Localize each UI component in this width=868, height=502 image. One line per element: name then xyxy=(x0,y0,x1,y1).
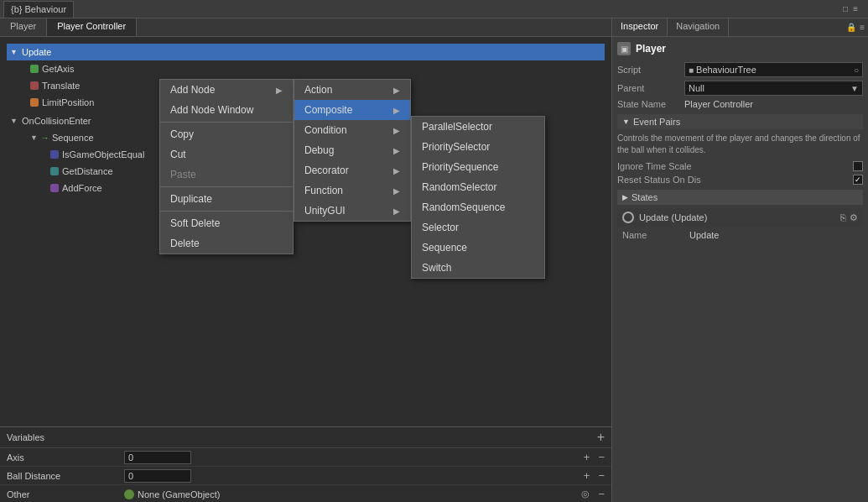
getaxis-label: GetAxis xyxy=(42,61,75,76)
ctx-add-node-window[interactable]: Add Node Window xyxy=(160,100,293,120)
comp-selector[interactable]: Selector xyxy=(412,217,544,238)
add-node-submenu[interactable]: Action ▶ Composite ▶ Condition ▶ Debug xyxy=(294,79,411,222)
tree-node-getaxis[interactable]: GetAxis xyxy=(27,60,605,77)
sub-decorator[interactable]: Decorator ▶ xyxy=(294,160,410,180)
sub-debug[interactable]: Debug ▶ xyxy=(294,140,410,160)
ctx-soft-delete[interactable]: Soft Delete xyxy=(160,213,293,233)
var-name-axis: Axis xyxy=(7,452,124,463)
arrow-down-icon-2: ▼ xyxy=(10,113,20,128)
arrow-right-icon: ▶ xyxy=(393,146,400,155)
sequence-arrow-icon: → xyxy=(40,130,49,145)
states-section: ▶ States xyxy=(617,190,863,205)
update-copy-icon[interactable]: ⎘ xyxy=(840,212,846,222)
navigation-tab[interactable]: Navigation xyxy=(668,18,729,36)
update-gear-icon[interactable]: ⚙ xyxy=(850,212,858,223)
var-value-ball-distance[interactable] xyxy=(124,469,191,483)
arrow-right-icon: ▶ xyxy=(393,106,400,115)
player-title: Player xyxy=(636,43,666,55)
composite-submenu[interactable]: ParallelSelector PrioritySelector Priori… xyxy=(411,116,545,279)
comp-priority-selector[interactable]: PrioritySelector xyxy=(412,137,544,157)
maximize-icon[interactable]: □ xyxy=(843,4,848,13)
behaviour-tab[interactable]: {b} Behaviour xyxy=(3,1,74,18)
script-icon: ■ xyxy=(689,65,694,75)
limitposition-icon xyxy=(30,98,39,107)
state-name-value: Player Controller xyxy=(684,99,753,109)
event-pairs-label: Event Pairs xyxy=(633,117,680,127)
variables-panel: Variables + Axis + − Ball Distance xyxy=(0,426,611,502)
menu-icon[interactable]: ≡ xyxy=(853,4,858,13)
update-state-label: Update (Update) xyxy=(639,212,840,222)
main-context-menu[interactable]: Add Node ▶ Add Node Window Copy Cut xyxy=(159,79,294,254)
tree-area: ▼ Update GetAxis Translate LimitP xyxy=(0,37,611,426)
sub-function[interactable]: Function ▶ xyxy=(294,180,410,201)
getdistance-icon xyxy=(50,167,59,175)
var-expand-axis[interactable]: + xyxy=(584,451,590,463)
states-label: States xyxy=(632,192,657,202)
sub-condition[interactable]: Condition ▶ xyxy=(294,120,410,140)
variable-row-ball-distance: Ball Distance + − xyxy=(0,467,611,485)
parent-label: Parent xyxy=(617,83,684,93)
var-remove-ball-distance[interactable]: − xyxy=(598,469,605,482)
separator-2 xyxy=(160,186,293,187)
arrow-right-icon: ▶ xyxy=(393,86,400,95)
insp-menu-icon[interactable]: ≡ xyxy=(860,23,865,32)
update-state-row[interactable]: Update (Update) ⎘ ⚙ xyxy=(617,208,863,227)
arrow-right-icon: ▶ xyxy=(276,86,283,95)
arrow-down-icon-3: ▼ xyxy=(30,130,40,145)
translate-label: Translate xyxy=(42,78,80,93)
insp-lock-icon[interactable]: 🔒 xyxy=(846,23,856,32)
update-name-label: Name xyxy=(622,230,689,240)
comp-sequence[interactable]: Sequence xyxy=(412,238,544,258)
oncollisionenter-label: OnCollisionEnter xyxy=(22,113,91,128)
update-state-icon xyxy=(622,212,634,223)
comp-switch[interactable]: Switch xyxy=(412,258,544,278)
var-expand-ball-distance[interactable]: + xyxy=(584,469,590,482)
var-remove-other[interactable]: − xyxy=(598,488,605,500)
event-pairs-arrow[interactable]: ▼ xyxy=(622,118,630,126)
sub-unitygui[interactable]: UnityGUI ▶ xyxy=(294,201,410,221)
ignore-time-scale-checkbox[interactable] xyxy=(853,161,863,171)
var-name-ball-distance: Ball Distance xyxy=(7,471,124,481)
var-remove-axis[interactable]: − xyxy=(598,451,605,463)
sub-composite[interactable]: Composite ▶ xyxy=(294,100,410,120)
comp-priority-sequence[interactable]: PrioritySequence xyxy=(412,157,544,177)
translate-icon xyxy=(30,81,39,90)
addforce-label: AddForce xyxy=(62,180,102,196)
event-pairs-description: Controls the movement of the player and … xyxy=(617,133,863,156)
arrow-right-icon: ▶ xyxy=(393,166,400,175)
update-label: Update xyxy=(22,44,51,60)
comp-random-selector[interactable]: RandomSelector xyxy=(412,177,544,197)
behaviour-tab-label: {b} Behaviour xyxy=(11,4,66,14)
states-arrow[interactable]: ▶ xyxy=(622,193,628,201)
parent-value[interactable]: Null ▼ xyxy=(684,81,863,96)
reset-status-checkbox[interactable]: ✓ xyxy=(853,175,863,185)
script-select-btn[interactable]: ○ xyxy=(854,65,859,75)
limitposition-label: LimitPosition xyxy=(42,95,94,110)
addforce-icon xyxy=(50,184,59,192)
ctx-copy[interactable]: Copy xyxy=(160,124,293,144)
event-pairs-section: ▼ Event Pairs xyxy=(617,114,863,129)
script-label: Script xyxy=(617,65,684,75)
ctx-duplicate[interactable]: Duplicate xyxy=(160,189,293,209)
sub-action[interactable]: Action ▶ xyxy=(294,80,410,100)
comp-parallel-selector[interactable]: ParallelSelector xyxy=(412,117,544,137)
parent-dropdown-icon[interactable]: ▼ xyxy=(850,84,859,93)
tab-player[interactable]: Player xyxy=(0,18,46,36)
getaxis-icon xyxy=(30,65,39,73)
inspector-tab[interactable]: Inspector xyxy=(612,18,668,36)
tab-player-controller[interactable]: Player Controller xyxy=(46,18,137,36)
ctx-cut[interactable]: Cut xyxy=(160,144,293,165)
sequence-label: Sequence xyxy=(52,130,94,145)
tree-node-update[interactable]: ▼ Update xyxy=(7,44,605,60)
var-circle-other[interactable]: ◎ xyxy=(581,489,590,499)
arrow-right-icon: ▶ xyxy=(393,207,400,216)
ctx-delete[interactable]: Delete xyxy=(160,233,293,254)
separator-3 xyxy=(160,211,293,212)
var-value-axis[interactable] xyxy=(124,451,191,464)
comp-random-sequence[interactable]: RandomSequence xyxy=(412,197,544,217)
add-variable-button[interactable]: + xyxy=(597,430,605,445)
variables-header-label: Variables xyxy=(7,432,44,442)
reset-status-label: Reset Status On Dis xyxy=(617,175,853,185)
ctx-add-node[interactable]: Add Node ▶ xyxy=(160,80,293,100)
script-value[interactable]: ■ BehaviourTree ○ xyxy=(684,62,863,77)
